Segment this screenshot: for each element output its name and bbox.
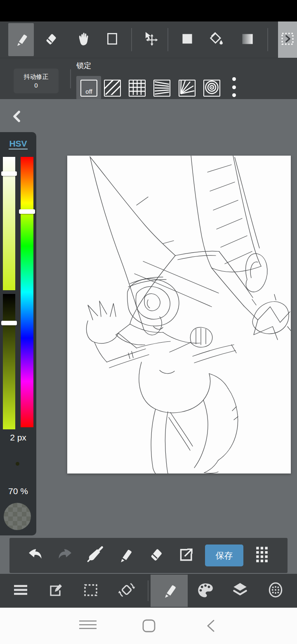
lock-off-button[interactable]: off — [80, 80, 97, 97]
home-button[interactable] — [142, 619, 156, 635]
back-icon — [205, 619, 216, 634]
expand-toolbar-button[interactable] — [278, 21, 297, 58]
rotate-canvas-icon — [117, 580, 136, 601]
pen-icon — [160, 580, 179, 601]
save-button[interactable]: 保存 — [205, 545, 243, 566]
expand-tools-icon — [280, 31, 295, 48]
toolbar-secondary: 抖动修正 0 锁定 off — [0, 58, 297, 99]
fill-bucket-icon — [207, 30, 225, 50]
collapse-panel-button[interactable] — [9, 110, 24, 125]
stabilizer-value: 0 — [34, 81, 38, 90]
redo-icon — [56, 545, 75, 566]
gradient-icon — [239, 30, 256, 49]
export-icon — [176, 545, 195, 566]
material-sphere-button[interactable] — [259, 575, 292, 607]
toolbar-divider — [131, 28, 132, 51]
undo-icon — [26, 545, 45, 566]
move-tool-button[interactable] — [138, 23, 163, 56]
android-nav-bar — [0, 608, 297, 644]
fill-bucket-button[interactable] — [203, 23, 229, 56]
hand-icon — [75, 30, 93, 50]
edit-icon — [47, 581, 65, 601]
bottom-nav-bar — [0, 574, 297, 608]
kebab-dot — [232, 77, 236, 81]
grid-dots-icon — [252, 545, 271, 566]
gradient-tool-button[interactable] — [235, 23, 260, 56]
stabilizer-button[interactable]: 抖动修正 0 — [14, 69, 59, 93]
nav-divider — [148, 580, 148, 601]
select-dashed-icon — [82, 581, 100, 601]
color-swatch-button[interactable] — [174, 23, 200, 56]
value-slider-handle[interactable] — [1, 321, 17, 325]
eyedropper-icon — [85, 545, 104, 566]
pen-icon — [116, 545, 134, 566]
eyedropper-button[interactable] — [82, 542, 108, 568]
opacity-label: 70 % — [0, 486, 36, 496]
value-bar[interactable] — [3, 294, 15, 429]
quick-action-bar: 保存 — [9, 538, 288, 573]
rectangle-icon — [104, 30, 121, 49]
saturation-bar[interactable] — [3, 157, 15, 290]
more-lock-options-button[interactable] — [228, 75, 240, 99]
workspace: HSV 2 px 70 % — [0, 99, 297, 574]
edit-button[interactable] — [40, 575, 72, 607]
grid-pattern-icon — [130, 80, 145, 97]
concentric-circles-icon — [204, 80, 219, 97]
pen-icon — [12, 30, 30, 49]
menu-button[interactable] — [5, 575, 37, 607]
hand-tool-button[interactable] — [71, 23, 97, 56]
layers-button[interactable] — [224, 575, 256, 607]
converging-lines-icon — [154, 80, 170, 97]
saturation-slider-handle[interactable] — [1, 171, 17, 176]
canvas-sketch — [67, 156, 291, 474]
kebab-dot — [232, 93, 236, 97]
lock-radial-lines-button[interactable] — [179, 80, 196, 97]
undo-button[interactable] — [22, 542, 48, 568]
color-panel: HSV 2 px 70 % — [0, 132, 36, 535]
move-cursor-icon — [141, 30, 160, 50]
status-bar — [0, 0, 297, 21]
hue-bar[interactable] — [21, 157, 33, 427]
eraser-icon — [146, 545, 165, 566]
brush-preview-dot — [16, 462, 19, 466]
eraser-quick-button[interactable] — [142, 542, 169, 568]
export-button[interactable] — [172, 542, 199, 568]
toolbar-divider — [70, 69, 71, 88]
hsv-mode-link[interactable]: HSV — [0, 139, 36, 149]
recent-apps-icon — [78, 620, 97, 634]
toolbar-divider — [267, 28, 268, 51]
hue-slider-handle[interactable] — [19, 209, 35, 214]
chevron-left-icon — [11, 110, 22, 124]
palette-button[interactable] — [189, 575, 221, 607]
stabilizer-label: 抖动修正 — [24, 72, 49, 81]
lock-concentric-circles-button[interactable] — [203, 80, 220, 97]
menu-icon — [12, 581, 30, 601]
pen-nav-button[interactable] — [151, 575, 188, 607]
toolbar-divider — [167, 28, 168, 51]
app-screen: 抖动修正 0 锁定 off — [0, 0, 297, 644]
home-icon — [142, 619, 156, 635]
kebab-dot — [232, 85, 236, 89]
lock-grid-button[interactable] — [129, 80, 146, 97]
recent-apps-button[interactable] — [78, 620, 97, 634]
rectangle-tool-button[interactable] — [99, 23, 125, 56]
lock-converging-lines-button[interactable] — [153, 80, 170, 97]
toolbar-main — [0, 21, 297, 58]
lock-mode-off-selected[interactable]: off — [76, 76, 101, 99]
grid-menu-button[interactable] — [249, 542, 275, 568]
rotate-canvas-button[interactable] — [111, 575, 143, 607]
drawing-canvas[interactable] — [67, 156, 291, 474]
back-button[interactable] — [205, 619, 216, 634]
brush-size-label: 2 px — [0, 433, 36, 443]
diagonal-stripes-icon — [105, 80, 120, 97]
lock-diagonal-stripes-button[interactable] — [104, 80, 121, 97]
redo-button[interactable] — [52, 542, 78, 568]
select-button[interactable] — [75, 575, 107, 607]
material-sphere-icon — [266, 580, 285, 601]
lock-label: 锁定 — [76, 61, 91, 71]
opacity-preview-circle[interactable] — [4, 503, 31, 530]
pen-quick-button[interactable] — [112, 542, 138, 568]
eraser-tool-button[interactable] — [38, 23, 63, 56]
radial-lines-icon — [179, 80, 195, 97]
pen-tool-button[interactable] — [8, 23, 34, 56]
